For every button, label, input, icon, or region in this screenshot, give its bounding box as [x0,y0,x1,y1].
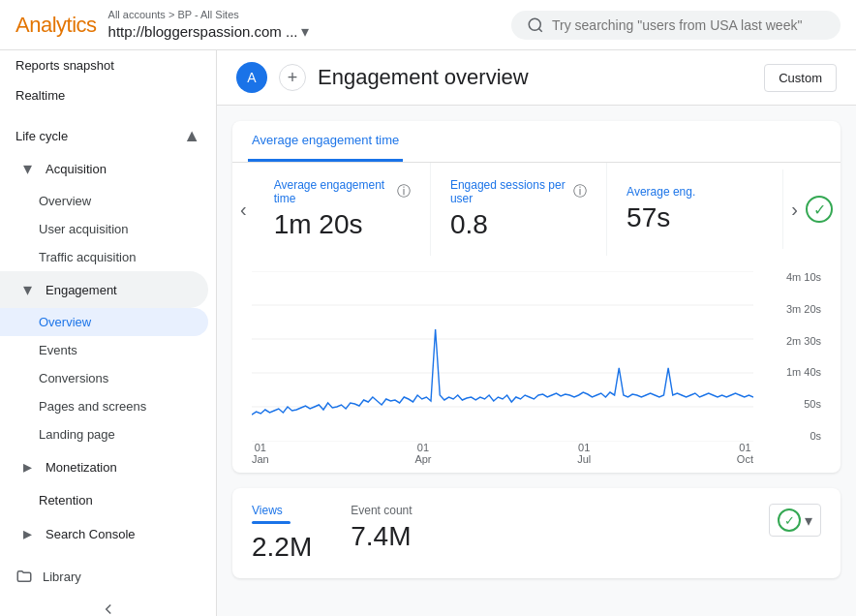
avatar: A [236,62,267,93]
avg-engagement-metric: Average engagement time ⓘ 1m 20s [255,163,431,256]
info-icon: ⓘ [397,183,411,200]
sidebar-item-engagement[interactable]: ▾ Engagement [0,271,208,308]
sidebar-item-library[interactable]: Library [0,560,216,593]
bottom-card: Views 2.2M Event count 7.4M ✓ ▾ [232,488,841,578]
triangle-icon: ▾ [23,158,32,179]
sidebar-item-traffic-acquisition[interactable]: Traffic acquisition [0,243,208,271]
line-chart [252,271,753,442]
prev-metric-button[interactable]: ‹ [232,199,255,221]
sidebar-item-conversions[interactable]: Conversions [0,364,208,392]
sidebar-item-user-acquisition[interactable]: User acquisition [0,215,208,243]
avg-eng-metric: Average eng. 57s [607,169,783,249]
metrics-tabs: Average engagement time [232,121,841,163]
sidebar: Reports snapshot Realtime Life cycle ▲ ▾… [0,50,217,616]
sidebar-section-lifecycle[interactable]: Life cycle ▲ [0,118,216,150]
sidebar-item-landing-page[interactable]: Landing page [0,420,208,448]
next-metric-button[interactable]: › [783,199,806,221]
engaged-sessions-value: 0.8 [450,209,587,240]
sidebar-item-eng-overview[interactable]: Overview [0,308,208,336]
search-bar[interactable] [511,11,841,40]
collapse-sidebar-button[interactable] [0,593,216,616]
y-label-4: 50s [804,398,821,410]
x-label-jul: 01Jul [577,442,591,465]
triangle-right-icon: ▸ [23,456,32,477]
sidebar-item-realtime[interactable]: Realtime [0,80,208,110]
main-layout: Reports snapshot Realtime Life cycle ▲ ▾… [0,50,856,616]
sidebar-item-retention[interactable]: Retention [0,485,208,515]
chart-x-axis: 01Jan 01Apr 01Jul 01Oct [252,442,753,465]
analytics-logo: Analytics [15,13,97,38]
y-label-1: 3m 20s [786,303,821,315]
chart-container: 4m 10s 3m 20s 2m 30s 1m 40s 50s 0s [232,256,841,473]
avg-engagement-value: 1m 20s [274,209,411,240]
sidebar-item-pages-screens[interactable]: Pages and screens [0,392,208,420]
chart: 4m 10s 3m 20s 2m 30s 1m 40s 50s 0s [252,271,821,465]
sidebar-item-reports-snapshot[interactable]: Reports snapshot [0,50,208,80]
event-count-value: 7.4M [351,521,412,552]
avg-eng-value: 57s [627,202,763,233]
sidebar-item-monetization[interactable]: ▸ Monetization [0,448,208,485]
y-label-0: 4m 10s [786,271,821,283]
verify-button[interactable]: ✓ ▾ [769,504,821,537]
account-selector[interactable]: All accounts > BP - All Sites http://blo… [108,9,310,41]
account-path: All accounts > BP - All Sites [108,9,310,20]
bottom-metrics-row: Views 2.2M Event count 7.4M ✓ ▾ [252,504,821,563]
main-content: A + Engagement overview Custom Average e… [217,50,856,616]
search-icon [527,16,544,34]
metrics-row: ‹ Average engagement time ⓘ 1m 20s Engag… [232,163,841,256]
folder-icon [15,568,33,585]
check-icon: ✓ [778,508,801,532]
chevron-up-icon: ▲ [183,126,200,146]
metric-verified-icon: ✓ [806,196,833,223]
sidebar-item-search-console[interactable]: ▸ Search Console [0,515,208,552]
sidebar-item-acq-overview[interactable]: Overview [0,187,208,215]
custom-button[interactable]: Custom [764,64,837,92]
add-comparison-button[interactable]: + [279,64,306,91]
engagement-card: Average engagement time ‹ Average engage… [232,121,841,473]
views-underline [252,521,290,524]
triangle-down-icon: ▾ [23,279,32,300]
avg-engagement-tab[interactable]: Average engagement time [248,121,403,162]
engaged-sessions-metric: Engaged sessions per user ⓘ 0.8 [431,163,607,256]
dropdown-chevron-icon: ▾ [805,511,812,530]
views-metric: Views 2.2M [252,504,312,563]
chevron-left-icon [100,601,117,616]
chevron-down-icon: ▾ [301,22,309,41]
engaged-sessions-label: Engaged sessions per user ⓘ [450,178,587,205]
avg-eng-label: Average eng. [627,185,763,199]
event-count-metric: Event count 7.4M [351,504,412,552]
info-icon-2: ⓘ [573,183,587,200]
sidebar-item-events[interactable]: Events [0,336,208,364]
y-label-5: 0s [810,430,821,442]
content-header: A + Engagement overview Custom [217,50,856,106]
x-label-jan: 01Jan [252,442,269,465]
account-url[interactable]: http://bloggerspassion.com ... ▾ [108,22,310,41]
bottom-actions: ✓ ▾ [769,504,821,537]
y-label-3: 1m 40s [786,366,821,378]
sidebar-item-acquisition[interactable]: ▾ Acquisition [0,150,208,187]
x-label-oct: 01Oct [737,442,753,465]
avg-engagement-label: Average engagement time ⓘ [274,178,411,205]
chart-svg-area [252,271,753,442]
chart-y-axis: 4m 10s 3m 20s 2m 30s 1m 40s 50s 0s [763,271,821,442]
x-label-apr: 01Apr [414,442,431,465]
triangle-right-icon: ▸ [23,523,32,544]
views-value: 2.2M [252,532,312,563]
page-title: Engagement overview [318,65,752,90]
svg-point-0 [529,18,540,30]
topbar: Analytics All accounts > BP - All Sites … [0,0,856,50]
y-label-2: 2m 30s [786,335,821,347]
event-count-label: Event count [351,504,412,517]
search-input[interactable] [552,17,825,33]
svg-line-1 [538,28,541,31]
views-label: Views [252,504,312,517]
